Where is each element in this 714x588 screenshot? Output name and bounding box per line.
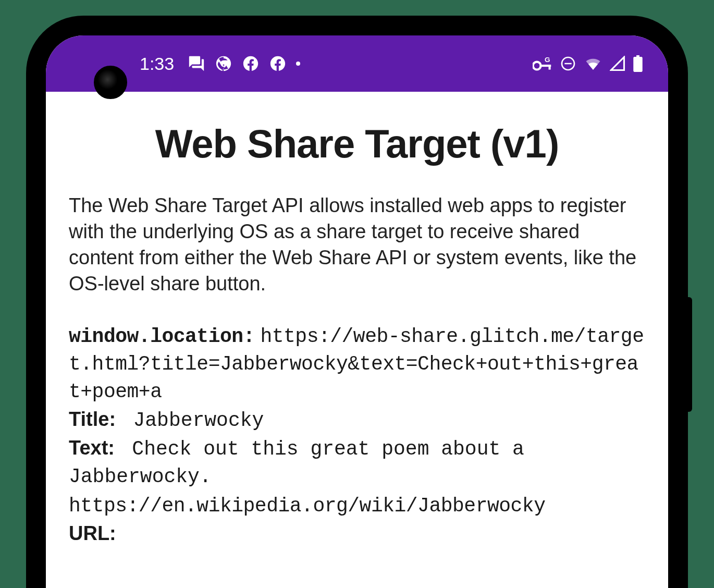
phone-side-button bbox=[686, 297, 692, 412]
svg-point-0 bbox=[533, 62, 541, 70]
text-url-row: https://en.wikipedia.org/wiki/Jabberwock… bbox=[69, 492, 645, 519]
location-label: window.location: bbox=[69, 325, 255, 348]
phone-screen: 1:33 bbox=[46, 35, 668, 588]
status-bar: 1:33 bbox=[46, 35, 668, 92]
title-label: Title: bbox=[69, 408, 116, 430]
camera-hole bbox=[94, 66, 127, 99]
page-title: Web Share Target (v1) bbox=[69, 121, 645, 166]
battery-icon bbox=[633, 55, 643, 72]
status-bar-left: 1:33 bbox=[140, 54, 300, 74]
status-time: 1:33 bbox=[140, 54, 174, 74]
url-row: URL: bbox=[69, 520, 645, 548]
cellular-signal-icon bbox=[610, 56, 625, 71]
do-not-disturb-icon bbox=[560, 55, 576, 72]
title-value: Jabberwocky bbox=[121, 409, 264, 432]
url-label: URL: bbox=[69, 522, 116, 544]
vpn-key-icon: G bbox=[533, 56, 552, 71]
page-description: The Web Share Target API allows installe… bbox=[69, 192, 645, 297]
title-row: Title: Jabberwocky bbox=[69, 406, 645, 434]
text-value: Check out this great poem about a Jabber… bbox=[69, 438, 536, 488]
text-row: Text: Check out this great poem about a … bbox=[69, 435, 645, 490]
text-url-value: https://en.wikipedia.org/wiki/Jabberwock… bbox=[69, 495, 545, 517]
page-content[interactable]: Web Share Target (v1) The Web Share Targ… bbox=[46, 92, 668, 548]
status-bar-right: G bbox=[533, 55, 643, 72]
more-notifications-dot bbox=[296, 62, 300, 66]
wifi-icon bbox=[584, 56, 602, 71]
svg-rect-2 bbox=[549, 65, 551, 70]
phone-frame: 1:33 bbox=[26, 16, 688, 588]
svg-text:G: G bbox=[545, 56, 550, 64]
phone-inner-bezel: 1:33 bbox=[39, 28, 675, 588]
location-row: window.location: https://web-share.glitc… bbox=[69, 322, 645, 405]
facebook-icon bbox=[242, 55, 260, 72]
text-label: Text: bbox=[69, 437, 115, 459]
messages-icon bbox=[188, 55, 205, 72]
chrome-icon bbox=[215, 55, 232, 72]
facebook-icon-2 bbox=[269, 55, 287, 72]
shared-data-section: window.location: https://web-share.glitc… bbox=[69, 322, 645, 548]
